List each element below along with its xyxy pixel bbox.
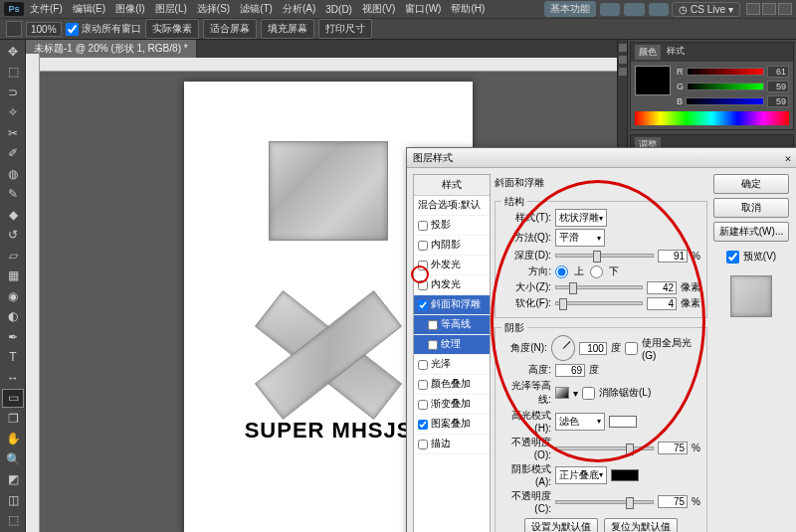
style-innerglow[interactable]: 内发光 (414, 275, 490, 295)
style-contour[interactable]: 等高线 (414, 315, 490, 335)
hi-opacity-value[interactable]: 75 (658, 442, 688, 454)
style-dropshadow[interactable]: 投影 (414, 216, 490, 236)
tool-quickmask[interactable]: ◫ (2, 490, 24, 510)
menu-filter[interactable]: 滤镜(T) (236, 0, 277, 18)
tool-blur[interactable]: ◉ (2, 286, 24, 306)
dir-up[interactable] (555, 266, 568, 278)
scroll-all-check[interactable] (66, 23, 79, 36)
fg-swatch[interactable] (635, 66, 671, 95)
style-blend[interactable]: 混合选项:默认 (414, 196, 490, 216)
ok-button[interactable]: 确定 (713, 174, 789, 194)
tool-eraser[interactable]: ▱ (2, 246, 24, 266)
tool-hand[interactable]: ✋ (2, 430, 24, 449)
menu-help[interactable]: 帮助(H) (447, 0, 489, 18)
tab-swatches[interactable]: 样式 (667, 45, 685, 60)
workspace-opt[interactable] (600, 3, 620, 16)
angle-value[interactable]: 100 (579, 342, 607, 355)
antialias-check[interactable] (582, 387, 595, 400)
depth-slider[interactable] (555, 254, 654, 258)
preview-check[interactable] (726, 251, 739, 264)
b-value[interactable]: 59 (767, 95, 789, 107)
window-close-icon[interactable] (778, 3, 792, 15)
style-bevel[interactable]: 斜面和浮雕 (414, 295, 490, 315)
style-gradoverlay[interactable]: 渐变叠加 (414, 395, 490, 415)
soften-value[interactable]: 4 (647, 297, 677, 310)
tool-path[interactable]: ↔ (2, 368, 24, 388)
dir-down[interactable] (590, 266, 603, 278)
global-light-check[interactable] (625, 342, 638, 355)
style-stroke[interactable]: 描边 (414, 435, 490, 454)
opt-fill[interactable]: 填充屏幕 (261, 19, 314, 39)
highlight-color[interactable] (609, 416, 637, 428)
sh-opacity-slider[interactable] (555, 500, 654, 504)
g-slider[interactable] (687, 83, 764, 90)
sh-opacity-value[interactable]: 75 (658, 495, 688, 508)
menu-select[interactable]: 选择(S) (193, 0, 234, 18)
tool-lasso[interactable]: ⊃ (2, 83, 24, 102)
tool-pen[interactable]: ✒ (2, 327, 24, 347)
tool-eyedrop[interactable]: ✐ (2, 144, 24, 164)
spectrum-bar[interactable] (635, 111, 789, 125)
set-default-button[interactable]: 设置为默认值 (524, 518, 598, 532)
tool-screenmode[interactable]: ⬚ (2, 511, 24, 531)
zoom-dropdown[interactable]: 100% (26, 22, 62, 37)
tool-heal[interactable]: ◍ (2, 164, 24, 184)
opt-print[interactable]: 打印尺寸 (318, 19, 372, 39)
new-style-button[interactable]: 新建样式(W)... (713, 222, 789, 242)
tool-wand[interactable]: ✧ (2, 103, 24, 123)
altitude-value[interactable]: 69 (555, 364, 585, 377)
tool-marquee[interactable]: ⬚ (2, 63, 24, 83)
menu-3d[interactable]: 3D(D) (321, 2, 356, 17)
tool-move[interactable]: ✥ (2, 42, 24, 62)
menu-view[interactable]: 视图(V) (358, 0, 399, 18)
highlight-mode[interactable]: 滤色 (555, 413, 605, 431)
tool-preset-icon[interactable] (6, 21, 22, 37)
style-outerglow[interactable]: 外发光 (414, 256, 490, 275)
window-min-icon[interactable] (746, 3, 760, 15)
reset-default-button[interactable]: 复位为默认值 (604, 518, 678, 532)
tool-shape[interactable]: ▭ (2, 389, 24, 409)
menu-image[interactable]: 图像(I) (111, 0, 148, 18)
window-max-icon[interactable] (762, 3, 776, 15)
workspace-switcher[interactable]: 基本功能 (544, 1, 596, 17)
tool-zoom[interactable]: 🔍 (2, 449, 24, 469)
tool-3d[interactable]: ❐ (2, 409, 24, 429)
r-value[interactable]: 61 (767, 66, 789, 78)
tool-brush[interactable]: ✎ (2, 185, 24, 205)
style-coloroverlay[interactable]: 颜色叠加 (414, 375, 490, 395)
dialog-close-icon[interactable]: ⨉ (785, 152, 791, 164)
workspace-opt3[interactable] (649, 3, 669, 16)
size-slider[interactable] (555, 285, 643, 289)
shadow-mode[interactable]: 正片叠底 (555, 466, 607, 484)
menu-analysis[interactable]: 分析(A) (279, 0, 319, 18)
bevel-style-select[interactable]: 枕状浮雕 (555, 209, 607, 227)
tool-type[interactable]: T (2, 348, 24, 368)
opt-fit[interactable]: 适合屏幕 (203, 19, 257, 39)
size-value[interactable]: 42 (647, 281, 677, 294)
menu-window[interactable]: 窗口(W) (401, 0, 445, 18)
cancel-button[interactable]: 取消 (713, 198, 789, 218)
cslive-button[interactable]: ◷CS Live▾ (672, 2, 740, 17)
r-slider[interactable] (687, 68, 765, 76)
tool-stamp[interactable]: ◆ (2, 205, 24, 225)
style-satin[interactable]: 光泽 (414, 355, 490, 375)
gloss-contour[interactable] (555, 387, 569, 399)
tool-gradient[interactable]: ▦ (2, 266, 24, 286)
opt-actual[interactable]: 实际像素 (145, 19, 199, 39)
style-texture[interactable]: 纹理 (414, 335, 490, 355)
style-patternoverlay[interactable]: 图案叠加 (414, 415, 490, 435)
document-tab[interactable]: 未标题-1 @ 20% (形状 1, RGB/8) * (26, 40, 197, 58)
style-innershadow[interactable]: 内阴影 (414, 236, 490, 256)
g-value[interactable]: 59 (767, 81, 789, 92)
tool-fgbg[interactable]: ◩ (2, 470, 24, 490)
tool-history[interactable]: ↺ (2, 226, 24, 246)
tool-crop[interactable]: ✂ (2, 123, 24, 143)
menu-file[interactable]: 文件(F) (26, 0, 67, 18)
shadow-color[interactable] (611, 469, 639, 481)
menu-edit[interactable]: 编辑(E) (69, 0, 109, 18)
hi-opacity-slider[interactable] (555, 446, 654, 450)
angle-dial[interactable] (551, 335, 575, 361)
menu-layer[interactable]: 图层(L) (151, 0, 191, 18)
soften-slider[interactable] (555, 301, 643, 305)
tab-color[interactable]: 颜色 (635, 45, 661, 60)
